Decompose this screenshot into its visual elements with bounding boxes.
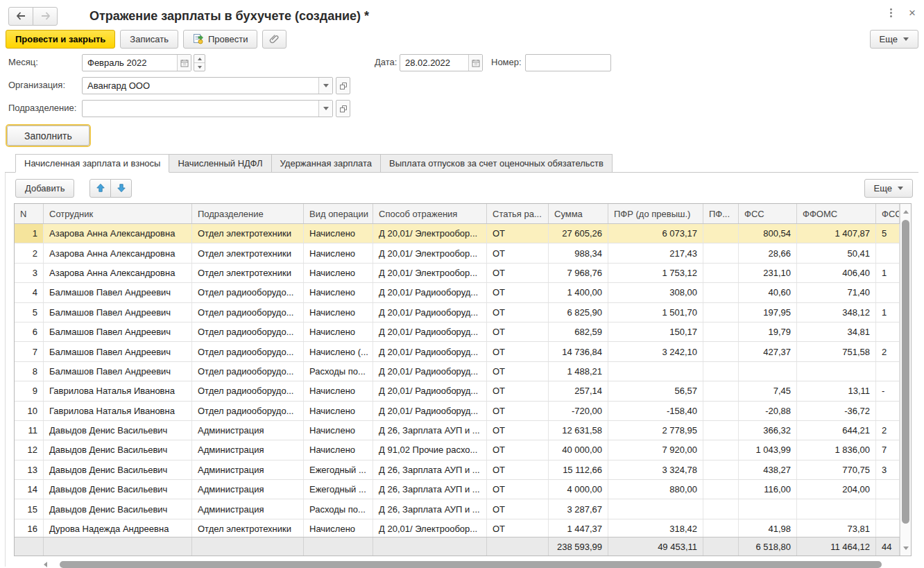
cell-division[interactable]: Отдел радиооборудо... bbox=[192, 381, 304, 400]
stepper-up-icon[interactable] bbox=[194, 55, 205, 63]
close-icon[interactable]: × bbox=[909, 7, 916, 19]
cell-sum[interactable]: 12 631,58 bbox=[549, 421, 608, 440]
cell-method[interactable]: Д 20,01/ Электрообор... bbox=[373, 519, 487, 537]
cell-employee[interactable]: Давыдов Денис Васильевич bbox=[44, 499, 192, 518]
cell-fss2[interactable] bbox=[876, 499, 900, 518]
cell-fss[interactable]: 19,79 bbox=[739, 322, 797, 341]
cell-pf[interactable] bbox=[703, 421, 739, 440]
calendar-icon[interactable] bbox=[177, 55, 191, 71]
kebab-menu-icon[interactable] bbox=[889, 7, 893, 19]
cell-operation[interactable]: Начислено bbox=[304, 264, 373, 282]
open-item-button[interactable] bbox=[336, 77, 350, 94]
cell-ffoms[interactable]: 204,00 bbox=[797, 480, 876, 499]
column-header-method[interactable]: Способ отражения bbox=[373, 204, 487, 223]
cell-pf[interactable] bbox=[703, 381, 739, 400]
cell-ffoms[interactable]: 751,58 bbox=[797, 342, 876, 361]
cell-division[interactable]: Отдел радиооборудо... bbox=[192, 342, 304, 361]
cell-fss[interactable]: 40,60 bbox=[739, 283, 797, 302]
cell-sum[interactable]: 257,14 bbox=[549, 381, 608, 400]
cell-sum[interactable]: 15 112,66 bbox=[549, 461, 608, 479]
forward-button[interactable] bbox=[33, 7, 58, 26]
cell-pf[interactable] bbox=[703, 499, 739, 518]
cell-operation[interactable]: Начислено bbox=[304, 402, 373, 420]
cell-sum[interactable]: 682,59 bbox=[549, 322, 608, 341]
cell-employee[interactable]: Балмашов Павел Андреевич bbox=[44, 362, 192, 381]
tab-vacation-payments[interactable]: Выплата отпусков за счет оценочных обяза… bbox=[381, 154, 613, 173]
cell-employee[interactable]: Балмашов Павел Андреевич bbox=[44, 303, 192, 322]
cell-pf[interactable] bbox=[703, 480, 739, 499]
dropdown-arrow-icon[interactable] bbox=[318, 78, 332, 94]
cell-pf[interactable] bbox=[703, 519, 739, 537]
column-header-fss2[interactable]: ФСС bbox=[876, 204, 900, 223]
cell-division[interactable]: Отдел электротехники bbox=[192, 243, 304, 262]
cell-ffoms[interactable]: 348,12 bbox=[797, 303, 876, 322]
cell-pfr[interactable]: 7 920,00 bbox=[608, 440, 703, 459]
cell-ffoms[interactable]: 73,81 bbox=[797, 519, 876, 537]
cell-fss[interactable]: 116,00 bbox=[739, 480, 797, 499]
table-row[interactable]: 7Балмашов Павел АндреевичОтдел радиообор… bbox=[15, 342, 900, 361]
month-input[interactable] bbox=[83, 55, 177, 71]
cell-sum[interactable]: 3 287,67 bbox=[549, 499, 608, 518]
cell-fss[interactable]: 231,10 bbox=[739, 264, 797, 282]
cell-operation[interactable]: Ежегодный ... bbox=[304, 480, 373, 499]
cell-n[interactable]: 2 bbox=[15, 243, 44, 262]
cell-article[interactable]: ОТ bbox=[487, 243, 549, 262]
cell-fss[interactable]: 366,32 bbox=[739, 421, 797, 440]
cell-ffoms[interactable] bbox=[797, 362, 876, 381]
cell-pfr[interactable]: 56,57 bbox=[608, 381, 703, 400]
column-header-fss[interactable]: ФСС bbox=[739, 204, 797, 223]
cell-pfr[interactable]: 1 753,12 bbox=[608, 264, 703, 282]
cell-pfr[interactable]: 150,17 bbox=[608, 322, 703, 341]
cell-sum[interactable]: 14 736,84 bbox=[549, 342, 608, 361]
cell-operation[interactable]: Начислено bbox=[304, 322, 373, 341]
cell-n[interactable]: 14 bbox=[15, 480, 44, 499]
cell-fss[interactable] bbox=[739, 499, 797, 518]
cell-operation[interactable]: Начислено bbox=[304, 421, 373, 440]
horizontal-scroll-thumb[interactable] bbox=[60, 561, 882, 568]
cell-pf[interactable] bbox=[703, 264, 739, 282]
cell-employee[interactable]: Балмашов Павел Андреевич bbox=[44, 342, 192, 361]
cell-pfr[interactable] bbox=[608, 362, 703, 381]
cell-fss2[interactable]: 1 bbox=[876, 264, 900, 282]
column-header-article[interactable]: Статья ра... bbox=[487, 204, 549, 223]
cell-n[interactable]: 1 bbox=[15, 224, 44, 243]
cell-pfr[interactable]: 1 501,70 bbox=[608, 303, 703, 322]
cell-n[interactable]: 6 bbox=[15, 322, 44, 341]
cell-article[interactable]: ОТ bbox=[487, 224, 549, 243]
cell-method[interactable]: Д 20,01/ Радиооборуд... bbox=[373, 381, 487, 400]
cell-division[interactable]: Администрация bbox=[192, 440, 304, 459]
cell-method[interactable]: Д 20,01/ Радиооборуд... bbox=[373, 322, 487, 341]
cell-division[interactable]: Отдел радиооборудо... bbox=[192, 322, 304, 341]
cell-fss2[interactable] bbox=[876, 283, 900, 302]
cell-pfr[interactable]: 6 073,17 bbox=[608, 224, 703, 243]
table-row[interactable]: 2Азарова Анна АлександровнаОтдел электро… bbox=[15, 243, 900, 263]
cell-fss2[interactable] bbox=[876, 480, 900, 499]
cell-ffoms[interactable]: 1 836,00 bbox=[797, 440, 876, 459]
table-row[interactable]: 11Давыдов Денис ВасильевичАдминистрацияН… bbox=[15, 421, 900, 440]
cell-n[interactable]: 5 bbox=[15, 303, 44, 322]
table-row[interactable]: 3Азарова Анна АлександровнаОтдел электро… bbox=[15, 264, 900, 283]
cell-ffoms[interactable] bbox=[797, 499, 876, 518]
date-input[interactable] bbox=[400, 55, 468, 71]
tab-accrued-salary-contributions[interactable]: Начисленная зарплата и взносы bbox=[15, 154, 169, 173]
tab-accrued-ndfl[interactable]: Начисленный НДФЛ bbox=[169, 154, 271, 173]
column-header-n[interactable]: N bbox=[15, 204, 44, 223]
cell-employee[interactable]: Азарова Анна Александровна bbox=[44, 243, 192, 262]
cell-ffoms[interactable]: 770,75 bbox=[797, 461, 876, 479]
cell-method[interactable]: Д 20,01/ Радиооборуд... bbox=[373, 303, 487, 322]
cell-method[interactable]: Д 26, Зарплата АУП и ... bbox=[373, 499, 487, 518]
cell-n[interactable]: 10 bbox=[15, 402, 44, 420]
cell-division[interactable]: Отдел радиооборудо... bbox=[192, 362, 304, 381]
cell-division[interactable]: Отдел электротехники bbox=[192, 224, 304, 243]
cell-employee[interactable]: Давыдов Денис Васильевич bbox=[44, 461, 192, 479]
column-header-sum[interactable]: Сумма bbox=[549, 204, 608, 223]
cell-sum[interactable]: 4 000,00 bbox=[549, 480, 608, 499]
cell-operation[interactable]: Начислено bbox=[304, 243, 373, 262]
table-row[interactable]: 1Азарова Анна АлександровнаОтдел электро… bbox=[15, 224, 900, 243]
cell-fss[interactable]: 197,95 bbox=[739, 303, 797, 322]
cell-n[interactable]: 7 bbox=[15, 342, 44, 361]
cell-sum[interactable]: 1 488,21 bbox=[549, 362, 608, 381]
cell-ffoms[interactable]: 13,11 bbox=[797, 381, 876, 400]
cell-employee[interactable]: Балмашов Павел Андреевич bbox=[44, 283, 192, 302]
cell-fss2[interactable] bbox=[876, 519, 900, 537]
